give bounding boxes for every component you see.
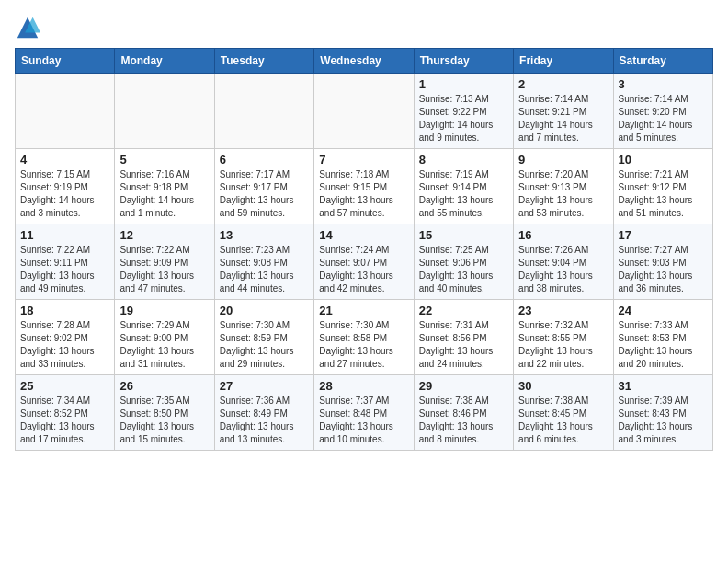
day-cell: 29Sunrise: 7:38 AM Sunset: 8:46 PM Dayli… — [414, 375, 513, 451]
logo-icon — [15, 15, 40, 40]
day-cell — [115, 74, 214, 149]
week-row-5: 25Sunrise: 7:34 AM Sunset: 8:52 PM Dayli… — [16, 375, 713, 451]
col-header-thursday: Thursday — [414, 49, 513, 74]
calendar-body: 1Sunrise: 7:13 AM Sunset: 9:22 PM Daylig… — [16, 74, 713, 451]
day-number: 27 — [220, 379, 309, 393]
day-info: Sunrise: 7:13 AM Sunset: 9:22 PM Dayligh… — [419, 93, 508, 144]
day-cell — [16, 74, 115, 149]
week-row-1: 1Sunrise: 7:13 AM Sunset: 9:22 PM Daylig… — [16, 74, 713, 149]
day-cell: 19Sunrise: 7:29 AM Sunset: 9:00 PM Dayli… — [115, 300, 214, 375]
day-number: 24 — [619, 304, 708, 317]
day-info: Sunrise: 7:38 AM Sunset: 8:46 PM Dayligh… — [419, 395, 508, 446]
day-number: 31 — [619, 379, 708, 393]
day-number: 22 — [419, 304, 508, 317]
day-cell: 11Sunrise: 7:22 AM Sunset: 9:11 PM Dayli… — [16, 224, 115, 300]
day-number: 15 — [419, 228, 508, 242]
day-number: 16 — [518, 228, 608, 242]
col-header-wednesday: Wednesday — [314, 49, 414, 74]
day-cell: 28Sunrise: 7:37 AM Sunset: 8:48 PM Dayli… — [314, 375, 414, 451]
day-cell: 10Sunrise: 7:21 AM Sunset: 9:12 PM Dayli… — [613, 149, 712, 224]
day-number: 23 — [518, 304, 608, 317]
day-number: 9 — [518, 153, 608, 167]
day-cell: 7Sunrise: 7:18 AM Sunset: 9:15 PM Daylig… — [314, 149, 414, 224]
day-number: 1 — [419, 77, 508, 91]
day-number: 18 — [20, 304, 109, 317]
day-cell — [214, 74, 313, 149]
day-cell: 27Sunrise: 7:36 AM Sunset: 8:49 PM Dayli… — [214, 375, 313, 451]
day-cell: 2Sunrise: 7:14 AM Sunset: 9:21 PM Daylig… — [514, 74, 613, 149]
day-number: 10 — [619, 153, 708, 167]
col-header-saturday: Saturday — [613, 49, 712, 74]
col-header-tuesday: Tuesday — [214, 49, 313, 74]
day-cell: 20Sunrise: 7:30 AM Sunset: 8:59 PM Dayli… — [214, 300, 313, 375]
day-info: Sunrise: 7:20 AM Sunset: 9:13 PM Dayligh… — [518, 168, 608, 220]
day-cell: 5Sunrise: 7:16 AM Sunset: 9:18 PM Daylig… — [115, 149, 214, 224]
calendar-table: SundayMondayTuesdayWednesdayThursdayFrid… — [15, 48, 713, 451]
day-cell: 13Sunrise: 7:23 AM Sunset: 9:08 PM Dayli… — [214, 224, 313, 300]
day-cell: 4Sunrise: 7:15 AM Sunset: 9:19 PM Daylig… — [16, 149, 115, 224]
col-header-sunday: Sunday — [16, 49, 115, 74]
day-info: Sunrise: 7:21 AM Sunset: 9:12 PM Dayligh… — [619, 168, 708, 220]
day-cell: 9Sunrise: 7:20 AM Sunset: 9:13 PM Daylig… — [514, 149, 613, 224]
day-cell: 3Sunrise: 7:14 AM Sunset: 9:20 PM Daylig… — [613, 74, 712, 149]
day-info: Sunrise: 7:14 AM Sunset: 9:21 PM Dayligh… — [518, 93, 608, 144]
day-number: 26 — [119, 379, 209, 393]
day-number: 21 — [319, 304, 408, 317]
day-cell: 16Sunrise: 7:26 AM Sunset: 9:04 PM Dayli… — [514, 224, 613, 300]
day-number: 29 — [419, 379, 508, 393]
day-number: 19 — [119, 304, 209, 317]
day-info: Sunrise: 7:36 AM Sunset: 8:49 PM Dayligh… — [220, 395, 309, 446]
day-info: Sunrise: 7:29 AM Sunset: 9:00 PM Dayligh… — [119, 319, 209, 371]
day-cell: 15Sunrise: 7:25 AM Sunset: 9:06 PM Dayli… — [414, 224, 513, 300]
day-info: Sunrise: 7:22 AM Sunset: 9:09 PM Dayligh… — [119, 244, 209, 295]
day-cell: 1Sunrise: 7:13 AM Sunset: 9:22 PM Daylig… — [414, 74, 513, 149]
day-number: 28 — [319, 379, 408, 393]
day-number: 7 — [319, 153, 408, 167]
day-cell: 17Sunrise: 7:27 AM Sunset: 9:03 PM Dayli… — [613, 224, 712, 300]
day-info: Sunrise: 7:28 AM Sunset: 9:02 PM Dayligh… — [20, 319, 109, 371]
day-cell: 22Sunrise: 7:31 AM Sunset: 8:56 PM Dayli… — [414, 300, 513, 375]
day-info: Sunrise: 7:15 AM Sunset: 9:19 PM Dayligh… — [20, 168, 109, 220]
day-info: Sunrise: 7:25 AM Sunset: 9:06 PM Dayligh… — [419, 244, 508, 295]
day-info: Sunrise: 7:37 AM Sunset: 8:48 PM Dayligh… — [319, 395, 408, 446]
day-cell: 12Sunrise: 7:22 AM Sunset: 9:09 PM Dayli… — [115, 224, 214, 300]
day-number: 20 — [220, 304, 309, 317]
day-info: Sunrise: 7:19 AM Sunset: 9:14 PM Dayligh… — [419, 168, 508, 220]
day-number: 3 — [619, 77, 708, 91]
day-info: Sunrise: 7:33 AM Sunset: 8:53 PM Dayligh… — [619, 319, 708, 371]
day-info: Sunrise: 7:18 AM Sunset: 9:15 PM Dayligh… — [319, 168, 408, 220]
day-cell: 8Sunrise: 7:19 AM Sunset: 9:14 PM Daylig… — [414, 149, 513, 224]
day-cell: 23Sunrise: 7:32 AM Sunset: 8:55 PM Dayli… — [514, 300, 613, 375]
day-number: 14 — [319, 228, 408, 242]
day-number: 12 — [119, 228, 209, 242]
logo — [15, 15, 44, 40]
col-header-monday: Monday — [115, 49, 214, 74]
day-cell: 6Sunrise: 7:17 AM Sunset: 9:17 PM Daylig… — [214, 149, 313, 224]
col-header-friday: Friday — [514, 49, 613, 74]
day-info: Sunrise: 7:30 AM Sunset: 8:58 PM Dayligh… — [319, 319, 408, 371]
day-cell: 30Sunrise: 7:38 AM Sunset: 8:45 PM Dayli… — [514, 375, 613, 451]
day-number: 30 — [518, 379, 608, 393]
day-info: Sunrise: 7:31 AM Sunset: 8:56 PM Dayligh… — [419, 319, 508, 371]
day-cell: 21Sunrise: 7:30 AM Sunset: 8:58 PM Dayli… — [314, 300, 414, 375]
week-row-2: 4Sunrise: 7:15 AM Sunset: 9:19 PM Daylig… — [16, 149, 713, 224]
day-number: 6 — [220, 153, 309, 167]
day-info: Sunrise: 7:30 AM Sunset: 8:59 PM Dayligh… — [220, 319, 309, 371]
day-info: Sunrise: 7:26 AM Sunset: 9:04 PM Dayligh… — [518, 244, 608, 295]
day-cell — [314, 74, 414, 149]
day-info: Sunrise: 7:23 AM Sunset: 9:08 PM Dayligh… — [220, 244, 309, 295]
header — [15, 15, 713, 40]
day-info: Sunrise: 7:22 AM Sunset: 9:11 PM Dayligh… — [20, 244, 109, 295]
day-info: Sunrise: 7:34 AM Sunset: 8:52 PM Dayligh… — [20, 395, 109, 446]
day-number: 25 — [20, 379, 109, 393]
day-cell: 24Sunrise: 7:33 AM Sunset: 8:53 PM Dayli… — [613, 300, 712, 375]
week-row-3: 11Sunrise: 7:22 AM Sunset: 9:11 PM Dayli… — [16, 224, 713, 300]
day-number: 2 — [518, 77, 608, 91]
day-number: 4 — [20, 153, 109, 167]
calendar-header-row: SundayMondayTuesdayWednesdayThursdayFrid… — [16, 49, 713, 74]
day-number: 8 — [419, 153, 508, 167]
day-info: Sunrise: 7:38 AM Sunset: 8:45 PM Dayligh… — [518, 395, 608, 446]
day-info: Sunrise: 7:27 AM Sunset: 9:03 PM Dayligh… — [619, 244, 708, 295]
day-cell: 26Sunrise: 7:35 AM Sunset: 8:50 PM Dayli… — [115, 375, 214, 451]
day-number: 5 — [119, 153, 209, 167]
